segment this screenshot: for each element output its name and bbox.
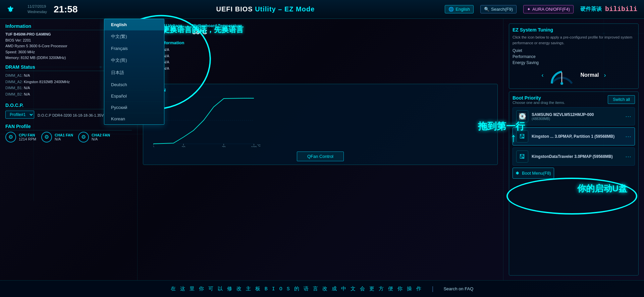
lang-item-english[interactable]: English [104,19,164,31]
bottom-main-text: 在 这 里 你 可 以 修 改 主 板 B I O S 的 语 言 改 成 中 … [171,286,422,292]
lang-item-chinese-trad[interactable]: 中文(繁) [104,31,164,43]
sata5-row: SATA6G_5: N/A [143,59,498,65]
storage-section: Storage Information SATA6G_3: N/A SATA6G… [143,40,498,78]
boot-menu-icon: ✱ [516,171,519,176]
boot-item-2[interactable]: 🖫 KingstonDataTraveler 3.0PMAP (59568MB)… [513,147,635,166]
cha2-fan-name: CHA2 FAN [92,133,110,137]
fan-profile-section: FAN Profile ⚙ CPU FAN 1214 RPM ⚙ CHA1 FA… [5,124,132,145]
boot-item-0-menu[interactable]: ⋯ [625,113,631,120]
m2-row: M.2_1: N/A [143,72,498,78]
ez-title: EZ System Tuning [513,27,635,33]
ez-performance[interactable]: Performance [513,54,635,59]
svg-text:0: 0 [153,146,154,147]
boot-item-0-name: SAMSUNG MZVLW512HMJP-000 [532,112,622,117]
cha1-fan-rpm: N/A [55,137,73,141]
boot-item-1-menu[interactable]: ⋯ [625,133,631,140]
sata4-row: SATA6G_4: N/A [143,53,498,59]
mb-temp-value: 38°C [192,28,242,36]
cpu-fan-rpm: 1214 RPM [19,137,36,141]
boot-item-1-name: Kingston ... 3.0PMAP, Partition 1 (59568… [532,134,622,139]
lang-item-russian[interactable]: Русский [104,102,164,113]
ez-quiet[interactable]: Quiet [513,48,635,53]
lang-label: English [455,7,470,12]
switch-all-button[interactable]: Switch all [608,95,635,104]
boot-item-0-sub: (488368MB) [532,117,622,121]
boot-menu-button[interactable]: ✱ Boot Menu(F8) [513,168,554,179]
boot-desc: Choose one and drag the items. [513,101,565,105]
svg-text:30: 30 [181,146,185,147]
lang-item-japanese[interactable]: 日本語 [104,67,164,79]
boot-title: Boot Priority [513,95,565,101]
language-button[interactable]: 🌐 English [445,5,474,13]
cpu-fan-icon: ⚙ [5,132,16,142]
ez-desc: Click the icon below to apply a pre-conf… [513,35,635,46]
lang-item-chinese-simp[interactable]: 中文(简) [104,54,164,67]
boot-item-2-name: KingstonDataTraveler 3.0PMAP (59568MB) [532,154,622,159]
bilibili-logo: bilibili [605,5,637,13]
cha2-fan-rpm: N/A [92,137,110,141]
aura-button[interactable]: ✦ AURA ON/OFF(F4) [523,5,574,13]
day-label: Wednesday [28,9,47,14]
fan-chart-svg: 0 30 70 100 °C [153,97,261,147]
normal-label: Normal [580,72,599,78]
cha2-fan-icon: ⚙ [78,132,89,142]
boot-item-0[interactable]: 💽 SAMSUNG MZVLW512HMJP-000 (488368MB) ⋯ [513,107,635,125]
cpu-fan-chart: CPU FAN % 100 50 [143,84,498,165]
sata3-row: SATA6G_3: N/A [143,47,498,53]
boot-item-0-icon: 💽 [516,110,528,122]
sata6-row: SATA6G_6: N/A [143,65,498,72]
bottom-bar: 在 这 里 你 可 以 修 改 主 板 B I O S 的 语 言 改 成 中 … [0,280,644,297]
svg-text:100: 100 [251,146,257,147]
storage-title: Storage Information [143,40,498,45]
ez-energy-saving[interactable]: Energy Saving [513,60,635,65]
boot-item-2-icon: 🖫 [516,151,528,163]
prev-arrow[interactable]: ‹ [541,72,543,79]
channel-name: 硬件茶谈 [580,6,602,13]
cha1-fan-icon: ⚙ [41,132,52,142]
next-arrow[interactable]: › [604,72,606,79]
date-label: 11/27/2019 [28,4,47,9]
boot-item-2-menu[interactable]: ⋯ [625,153,631,160]
search-icon: 🔍 [484,7,489,12]
bios-title: UEFI BIOS Utility – EZ Mode [216,5,315,13]
voltage-temp-row: VDDCR CPU Voltage 1.286 V Motherboard Te… [143,23,498,36]
svg-text:°C: °C [257,144,261,147]
cha2-fan-item: ⚙ CHA2 FAN N/A [78,132,110,142]
qfan-button[interactable]: QFan Control [297,152,344,161]
search-label: Search(F9) [491,7,513,12]
svg-point-22 [560,82,563,85]
boot-item-1[interactable]: 🖫 Kingston ... 3.0PMAP, Partition 1 (595… [513,127,635,145]
search-on-faq-link[interactable]: Search on FAQ [443,286,473,291]
boot-menu-label: Boot Menu(F8) [522,171,551,176]
speedometer-svg [548,65,575,85]
aura-icon: ✦ [527,7,531,12]
boot-priority-section: Boot Priority Choose one and drag the it… [509,92,639,276]
time-display: 21:58 [54,4,78,15]
cha1-fan-name: CHA1 FAN [55,133,73,137]
docp-value: D.O.C.P DDR4-3200 16-18-18-36-1.35V [38,113,104,117]
svg-text:70: 70 [222,146,226,147]
search-button[interactable]: 🔍 Search(F9) [480,5,517,13]
lang-item-german[interactable]: Deutsch [104,79,164,91]
asus-logo-icon: ⚜ [7,5,14,14]
language-dropdown: English 中文(繁) Français 中文(简) 日本語 Deutsch… [104,19,164,125]
ez-tuning-section: EZ System Tuning Click the icon below to… [509,23,639,89]
aura-label: AURA ON/OFF(F4) [532,7,570,12]
bottom-separator: | [432,285,434,292]
mb-temp-label: Motherboard Temperature [192,23,242,28]
globe-icon: 🌐 [448,7,454,12]
lang-item-french[interactable]: Français [104,43,164,54]
docp-profile-select[interactable]: Profile#1Profile#2 [5,111,34,119]
chart-title: CPU FAN [147,87,494,93]
lang-item-korean[interactable]: Korean [104,113,164,124]
cpu-fan-item: ⚙ CPU FAN 1214 RPM [5,132,36,142]
cha1-fan-item: ⚙ CHA1 FAN N/A [41,132,73,142]
ez-options: Quiet Performance Energy Saving [513,48,635,65]
cpu-fan-name: CPU FAN [19,133,36,137]
speedometer-area: ‹ Normal › [513,65,635,85]
boot-item-1-icon: 🖫 [516,130,528,142]
datetime-area: 11/27/2019 Wednesday [28,4,47,14]
lang-item-spanish[interactable]: Español [104,91,164,102]
